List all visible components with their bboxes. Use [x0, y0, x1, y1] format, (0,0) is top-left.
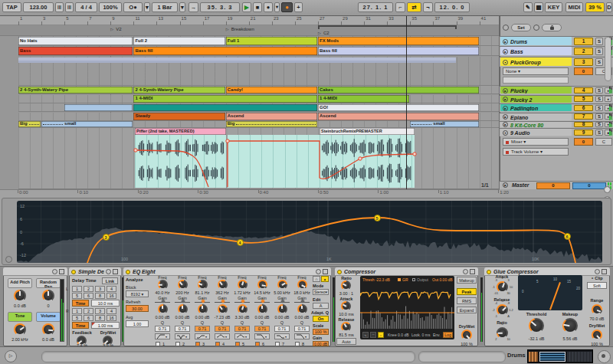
track-name-cell[interactable]: ▶8 Kit-Core 80 [500, 122, 572, 128]
device-hotswap-icon[interactable] [316, 269, 321, 274]
time-ruler[interactable] [0, 189, 500, 198]
delay-beat-button[interactable]: 5 [72, 315, 82, 321]
fold-icon[interactable]: ▶ [503, 106, 508, 111]
band-on-checkbox[interactable] [275, 342, 280, 346]
track-name-cell[interactable]: ▶Epiano [500, 113, 572, 120]
loop-length-display[interactable]: 12. 0. 0 [434, 2, 470, 12]
quantization-caret-icon[interactable]: ▾ [179, 2, 185, 12]
clip[interactable]: GO! [318, 104, 479, 112]
band-q-value[interactable]: 0.71 [234, 326, 250, 332]
clip[interactable]: Steady [133, 113, 225, 120]
clip[interactable]: Bass fill [133, 47, 317, 56]
delay-beat-button[interactable]: 6 [84, 315, 93, 321]
analyzer-button[interactable]: ▲ [321, 276, 329, 282]
band-q-value[interactable]: 0.71 [274, 326, 290, 332]
band-on-checkbox[interactable] [156, 342, 160, 346]
band-on-checkbox[interactable] [175, 342, 180, 346]
clip[interactable]: Ascend [318, 113, 479, 120]
track-number-box[interactable]: 7 [574, 113, 593, 120]
unfold-icon[interactable]: ▼ [503, 60, 508, 65]
fold-icon[interactable]: ▶ [503, 114, 508, 120]
macro-knob[interactable] [14, 290, 26, 302]
track-name-cell[interactable]: ▼9 Audio [500, 129, 572, 136]
edit-button[interactable]: A [313, 303, 329, 309]
glue-threshold-knob[interactable] [529, 318, 544, 333]
master-pan-slider[interactable]: 0 [536, 182, 570, 189]
groove-amount[interactable]: 100% [99, 2, 122, 12]
delay-beat-button[interactable]: 4 [107, 308, 116, 314]
group-input-chooser[interactable]: None ▾ [503, 67, 569, 75]
locator-label[interactable]: V2 [116, 27, 169, 32]
makeup-button[interactable]: Makeup [457, 277, 477, 284]
loop-brace[interactable] [318, 25, 456, 29]
device-power-led[interactable] [337, 270, 342, 274]
fold-icon[interactable]: ▶ [503, 88, 508, 93]
clip[interactable]: 1 4-MIDI [133, 95, 317, 103]
locator-label[interactable]: Breakdown [231, 27, 285, 32]
comp-knob[interactable] [341, 280, 351, 290]
comp-env-mode[interactable]: Log [443, 332, 453, 338]
locator-flag-icon[interactable]: ▷ [110, 27, 115, 32]
audition-button[interactable]: ∩ [313, 276, 320, 282]
band-q-value[interactable]: 0.71 [175, 326, 190, 332]
device-save-icon[interactable] [113, 269, 118, 274]
punch-out-button[interactable]: ¬ [423, 2, 433, 12]
delay-beat-button[interactable]: 2 [84, 308, 93, 314]
clip[interactable]: FX Mods [318, 37, 479, 46]
band-type-chooser[interactable]: ▾ [215, 333, 230, 339]
eq-node[interactable]: 5 [374, 215, 381, 221]
midi-overdub-button[interactable]: ● [281, 2, 293, 12]
track-number-box[interactable]: 8 [574, 122, 593, 127]
delay-time-value[interactable]: 10.0 ms [91, 300, 120, 307]
band-on-checkbox[interactable] [295, 342, 300, 346]
clip[interactable]: 2 4-Synth-Watery Pipe [18, 87, 133, 94]
comp-knob[interactable] [341, 301, 351, 311]
device-hotswap-icon[interactable] [52, 269, 57, 274]
disk-overload-indicator[interactable]: D [606, 2, 612, 12]
clip[interactable]: 2 4-Synth-Watery Pipe [133, 87, 225, 94]
device-save-icon[interactable] [602, 269, 607, 274]
band-freq-knob[interactable] [238, 280, 247, 290]
locator-flag-icon[interactable]: ▷ [318, 31, 323, 36]
record-options-caret-icon[interactable]: ▾ [274, 2, 280, 12]
band-freq-knob[interactable] [297, 280, 307, 290]
band-type-chooser[interactable]: ▾ [195, 333, 210, 339]
band-q-value[interactable]: 0.71 [254, 326, 270, 332]
locator-flag-icon[interactable]: ▷ [226, 27, 231, 32]
comp-thresh-readout[interactable]: Thresh -22.3 dB [362, 277, 396, 283]
glue-drywet-knob[interactable] [592, 330, 602, 340]
delay-beat-button[interactable]: 16 [107, 315, 116, 321]
delay-beat-button[interactable]: 1 [72, 308, 82, 314]
clip[interactable]: Candy! [226, 87, 317, 94]
arm-button[interactable]: ● [605, 96, 611, 102]
band-type-chooser[interactable]: ▾ [155, 333, 170, 339]
audio-value-slider[interactable]: 0 [574, 138, 593, 146]
comp-sidechain-icon[interactable]: ∩ [378, 332, 384, 338]
audio-pan-box[interactable]: C [595, 138, 612, 146]
mixer-section-toggle[interactable] [604, 186, 611, 193]
comp-output-toggle[interactable] [412, 278, 415, 281]
refresh-value[interactable]: 30.00 [126, 305, 149, 312]
band-on-checkbox[interactable] [235, 342, 240, 346]
delay-beat-button[interactable]: 2 [84, 286, 93, 292]
master-fold-icon[interactable]: ▶ [503, 182, 508, 188]
band-q-value[interactable]: 0.71 [195, 326, 210, 332]
set-locator-button[interactable]: Set [511, 24, 531, 31]
delay-mode-button[interactable]: Time [72, 322, 89, 329]
fold-icon[interactable]: ▶ [503, 39, 508, 44]
track-number-box[interactable]: 6 [574, 105, 593, 111]
spectrum-collapse-icon[interactable] [5, 256, 12, 263]
peak-button[interactable]: Peak [457, 288, 477, 295]
band-gain-knob[interactable] [297, 304, 307, 314]
avg-value[interactable]: 1.00 [126, 320, 149, 327]
solo-button[interactable]: S [595, 122, 603, 127]
record-button[interactable]: ● [264, 2, 273, 12]
link-button[interactable]: Link [102, 277, 118, 284]
band-gain-knob[interactable] [277, 304, 287, 314]
quantization-menu[interactable]: 1 Bar [152, 2, 178, 12]
adaptq-button[interactable]: On [313, 316, 329, 322]
computer-midi-keyboard-icon[interactable]: ▦ [534, 2, 543, 12]
clip[interactable] [133, 104, 317, 112]
band-gain-knob[interactable] [257, 304, 267, 314]
track-number-box[interactable]: 9 [574, 130, 593, 136]
